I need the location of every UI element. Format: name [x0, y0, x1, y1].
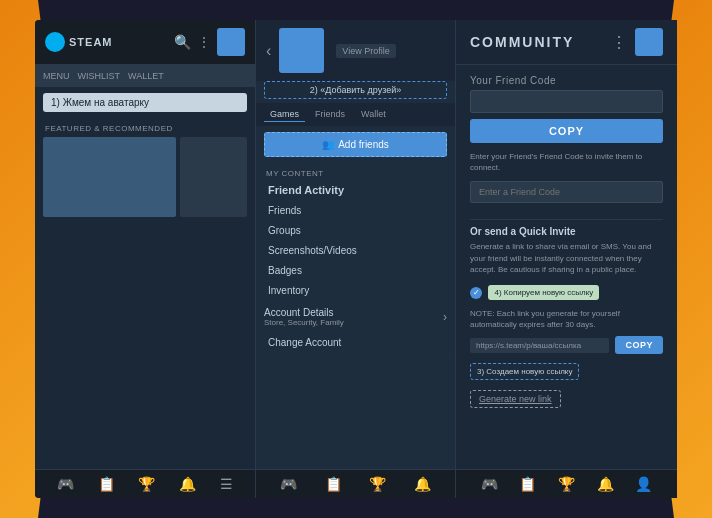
link-url: https://s.team/p/ваша/ссылка [470, 338, 609, 353]
content-item-badges[interactable]: Badges [264, 261, 447, 281]
mid-bottom-icon-2[interactable]: 📋 [325, 476, 342, 492]
right-bottom-icon-4[interactable]: 🔔 [597, 476, 614, 492]
featured-image-2 [180, 137, 247, 217]
change-account-item[interactable]: Change Account [256, 333, 455, 353]
expire-note: NOTE: Each link you generate for yoursel… [470, 308, 663, 330]
right-bottom-icon-1[interactable]: 🎮 [481, 476, 498, 492]
content-item-screenshots[interactable]: Screenshots/Videos [264, 241, 447, 261]
tab-wallet[interactable]: Wallet [355, 107, 392, 122]
middle-header: ‹ View Profile [256, 20, 455, 81]
featured-label: FEATURED & RECOMMENDED [35, 118, 255, 137]
tab-friends[interactable]: Friends [309, 107, 351, 122]
account-title: Account Details [264, 307, 344, 318]
more-icon[interactable]: ⋮ [197, 34, 211, 50]
middle-panel: ‹ View Profile 2) «Добавить друзей» Game… [255, 20, 455, 498]
account-item-left: Account Details Store, Security, Family [264, 307, 344, 327]
steam-header: STEAM 🔍 ⋮ [35, 20, 255, 65]
community-title: COMMUNITY [470, 34, 603, 50]
step4-tooltip: 4) Копируем новую ссылку [488, 285, 599, 300]
bottom-nav-icon-1[interactable]: 🎮 [57, 476, 74, 492]
featured-images [35, 137, 255, 217]
friend-code-input[interactable] [470, 90, 663, 113]
add-friends-icon: 👥 [322, 139, 334, 150]
account-arrow-icon: › [443, 310, 447, 324]
featured-image-1 [43, 137, 176, 217]
search-icon[interactable]: 🔍 [174, 34, 191, 50]
right-bottom-icon-3[interactable]: 🏆 [558, 476, 575, 492]
steam-icon [45, 32, 65, 52]
nav-wallet[interactable]: WALLET [128, 69, 164, 83]
header-icons: 🔍 ⋮ [174, 28, 245, 56]
quick-invite-description: Generate a link to share via email or SM… [470, 241, 663, 275]
community-avatar[interactable] [635, 28, 663, 56]
bottom-nav-icon-2[interactable]: 📋 [98, 476, 115, 492]
account-subtitle: Store, Security, Family [264, 318, 344, 327]
step1-tooltip: 1) Жмем на аватарку [43, 93, 247, 112]
bottom-nav-icon-5[interactable]: ☰ [220, 476, 233, 492]
view-profile-button[interactable]: View Profile [336, 44, 395, 58]
generate-new-link-button[interactable]: Generate new link [470, 390, 561, 408]
content-item-groups[interactable]: Groups [264, 221, 447, 241]
content-item-friend-activity[interactable]: Friend Activity [264, 180, 447, 201]
left-panel: STEAM 🔍 ⋮ MENU WISHLIST WALLET 1) Жмем н… [35, 20, 255, 498]
mid-bottom-icon-1[interactable]: 🎮 [280, 476, 297, 492]
steam-logo: STEAM [45, 32, 113, 52]
invite-description: Enter your Friend's Friend Code to invit… [470, 151, 663, 173]
copy-link-button[interactable]: COPY [615, 336, 663, 354]
right-content: Your Friend Code COPY Enter your Friend'… [456, 65, 677, 469]
profile-tabs: Games Friends Wallet [256, 103, 455, 126]
step2-tooltip: 2) «Добавить друзей» [264, 81, 447, 99]
steam-title: STEAM [69, 36, 113, 48]
middle-bottom-nav: 🎮 📋 🏆 🔔 [256, 469, 455, 498]
my-content-label: MY CONTENT [256, 163, 455, 180]
content-item-friends[interactable]: Friends [264, 201, 447, 221]
avatar[interactable] [217, 28, 245, 56]
nav-wishlist[interactable]: WISHLIST [78, 69, 121, 83]
steam-nav: MENU WISHLIST WALLET [35, 65, 255, 87]
right-bottom-nav: 🎮 📋 🏆 🔔 👤 [456, 469, 677, 498]
add-friends-label: Add friends [338, 139, 389, 150]
friend-code-label: Your Friend Code [470, 75, 663, 86]
bottom-nav-icon-4[interactable]: 🔔 [179, 476, 196, 492]
check-circle-icon: ✓ [470, 287, 482, 299]
quick-invite-title: Or send a Quick Invite [470, 226, 663, 237]
community-more-icon[interactable]: ⋮ [611, 33, 627, 52]
content-item-inventory[interactable]: Inventory [264, 281, 447, 301]
main-container: STEAM 🔍 ⋮ MENU WISHLIST WALLET 1) Жмем н… [35, 20, 677, 498]
tab-games[interactable]: Games [264, 107, 305, 122]
left-bottom-nav: 🎮 📋 🏆 🔔 ☰ [35, 469, 255, 498]
step3-tooltip: 3) Создаем новую ссылку [470, 363, 579, 380]
mid-bottom-icon-3[interactable]: 🏆 [369, 476, 386, 492]
link-row: https://s.team/p/ваша/ссылка COPY [470, 336, 663, 354]
divider [470, 219, 663, 220]
mid-bottom-icon-4[interactable]: 🔔 [414, 476, 431, 492]
content-menu: Friend Activity Friends Groups Screensho… [256, 180, 455, 301]
copy-friend-code-button[interactable]: COPY [470, 119, 663, 143]
back-arrow-icon[interactable]: ‹ [266, 42, 271, 60]
right-bottom-icon-5[interactable]: 👤 [635, 476, 652, 492]
community-header: COMMUNITY ⋮ [456, 20, 677, 65]
left-content: FEATURED & RECOMMENDED [35, 118, 255, 469]
account-details-item[interactable]: Account Details Store, Security, Family … [256, 301, 455, 333]
enter-friend-code-input[interactable] [470, 181, 663, 203]
add-friends-button[interactable]: 👥 Add friends [264, 132, 447, 157]
right-bottom-icon-2[interactable]: 📋 [519, 476, 536, 492]
profile-avatar[interactable] [279, 28, 324, 73]
bottom-nav-icon-3[interactable]: 🏆 [138, 476, 155, 492]
nav-menu[interactable]: MENU [43, 69, 70, 83]
right-panel: COMMUNITY ⋮ Your Friend Code COPY Enter … [455, 20, 677, 498]
